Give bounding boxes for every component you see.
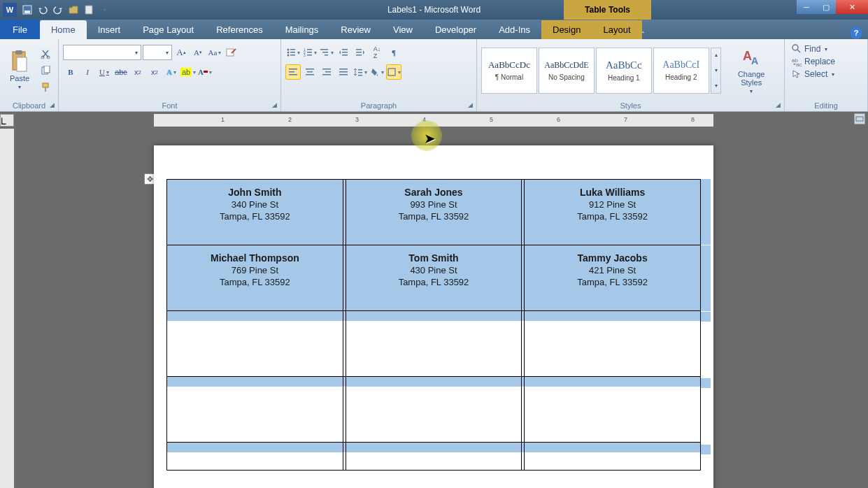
justify-button[interactable] [336, 64, 351, 80]
replace-button[interactable]: abac Replace [789, 56, 838, 67]
maximize-button[interactable]: ▢ [816, 0, 836, 14]
svg-rect-28 [342, 49, 348, 50]
text-effects-button[interactable]: A [164, 64, 179, 80]
vertical-ruler[interactable] [0, 129, 14, 488]
highlight-button[interactable]: ab [180, 64, 196, 80]
format-painter-button[interactable] [38, 80, 53, 95]
italic-button[interactable]: I [80, 64, 95, 80]
label-cell[interactable] [167, 311, 343, 377]
clipboard-launcher[interactable]: ◢ [47, 100, 57, 110]
row-end-marker [701, 245, 711, 311]
label-cell[interactable]: Sarah Jones 993 Pine St Tampa, FL 33592 [346, 180, 522, 245]
label-cell[interactable]: Luka Williams 912 Pine St Tampa, FL 3359… [525, 180, 701, 245]
horizontal-ruler[interactable]: 1 2 3 4 5 6 7 8 [154, 114, 713, 127]
references-tab[interactable]: References [205, 20, 273, 39]
label-cell[interactable]: Michael Thompson 769 Pine St Tampa, FL 3… [167, 245, 343, 311]
review-tab[interactable]: Review [329, 20, 382, 39]
layout-tab[interactable]: Layout [592, 20, 641, 39]
clear-formatting-button[interactable] [224, 45, 239, 60]
label-cell[interactable] [346, 443, 522, 471]
bold-button[interactable]: B [63, 64, 78, 80]
open-icon[interactable] [67, 3, 80, 16]
numbering-button[interactable]: 123 [302, 45, 318, 60]
paragraph-launcher[interactable]: ◢ [465, 100, 475, 110]
mailings-tab[interactable]: Mailings [274, 20, 330, 39]
new-icon[interactable] [83, 3, 95, 16]
style-heading2[interactable]: AaBbCcI Heading 2 [653, 48, 709, 94]
styles-gallery-scroll[interactable]: ▴ ▾ ▾ [711, 48, 722, 94]
increase-indent-button[interactable] [353, 45, 368, 60]
align-right-button[interactable] [319, 64, 334, 80]
paste-label: Paste [10, 74, 29, 82]
font-size-input[interactable]: ▾ [143, 45, 172, 60]
collapse-ribbon-icon[interactable]: ˆ [642, 31, 645, 39]
save-icon[interactable] [21, 3, 34, 16]
quick-access-toolbar [21, 3, 111, 16]
decrease-indent-button[interactable] [336, 45, 351, 60]
multilevel-list-button[interactable] [319, 45, 334, 60]
change-styles-button[interactable]: AA Change Styles ▾ [723, 43, 780, 97]
shading-button[interactable] [369, 64, 385, 80]
svg-rect-1 [24, 10, 30, 13]
undo-icon[interactable] [36, 3, 49, 16]
style-normal[interactable]: AaBbCcDc ¶ Normal [481, 48, 537, 94]
subscript-button[interactable]: x2 [130, 64, 145, 80]
label-cell[interactable] [346, 311, 522, 377]
svg-rect-47 [358, 72, 362, 73]
grow-font-button[interactable]: A▴ [173, 45, 189, 60]
close-button[interactable]: ✕ [836, 0, 868, 14]
underline-button[interactable]: U [97, 64, 112, 80]
label-cell[interactable]: John Smith 340 Pine St Tampa, FL 33592 [167, 180, 343, 245]
copy-button[interactable] [38, 63, 53, 78]
view-tab[interactable]: View [382, 20, 424, 39]
change-case-button[interactable]: Aa [207, 45, 222, 60]
style-heading1[interactable]: AaBbCc Heading 1 [596, 48, 652, 94]
redo-icon[interactable] [52, 3, 64, 16]
font-name-input[interactable]: ▾ [63, 45, 141, 60]
svg-rect-56 [856, 117, 863, 121]
font-launcher[interactable]: ◢ [269, 100, 279, 110]
label-cell[interactable] [525, 311, 701, 377]
superscript-button[interactable]: x2 [147, 64, 162, 80]
font-color-button[interactable]: A [197, 64, 213, 80]
label-cell[interactable] [525, 443, 701, 471]
label-cell[interactable] [167, 443, 343, 471]
minimize-button[interactable]: ─ [797, 0, 816, 14]
label-cell[interactable] [525, 377, 701, 443]
shrink-font-button[interactable]: A▾ [190, 45, 206, 60]
bullets-button[interactable] [285, 45, 301, 60]
find-button[interactable]: Find▾ [789, 43, 830, 55]
label-cell[interactable]: Tom Smith 430 Pine St Tampa, FL 33592 [346, 245, 522, 311]
select-icon [792, 69, 802, 79]
paste-button[interactable]: Paste ▾ [4, 48, 35, 93]
align-left-button[interactable] [285, 64, 301, 80]
tab-selector[interactable]: ˪ [0, 114, 14, 127]
page-layout-tab[interactable]: Page Layout [131, 20, 205, 39]
strikethrough-button[interactable]: abc [113, 64, 129, 80]
select-button[interactable]: Select▾ [789, 69, 837, 80]
document-page[interactable]: John Smith 340 Pine St Tampa, FL 33592 S… [154, 145, 713, 488]
borders-button[interactable] [386, 64, 401, 80]
line-spacing-button[interactable] [353, 64, 368, 80]
design-tab[interactable]: Design [541, 20, 592, 39]
cut-button[interactable] [38, 46, 53, 62]
label-cell[interactable]: Tammy Jacobs 421 Pine St Tampa, FL 33592 [525, 245, 701, 311]
styles-launcher[interactable]: ◢ [773, 100, 783, 110]
help-icon[interactable]: ? [850, 27, 862, 39]
label-cell[interactable] [167, 377, 343, 443]
label-cell[interactable] [346, 377, 522, 443]
labels-table[interactable]: John Smith 340 Pine St Tampa, FL 33592 S… [166, 179, 701, 471]
show-hide-button[interactable]: ¶ [386, 45, 401, 60]
svg-rect-38 [307, 71, 313, 73]
svg-rect-30 [342, 55, 348, 56]
addins-tab[interactable]: Add-Ins [488, 20, 541, 39]
file-tab[interactable]: File [0, 20, 40, 39]
align-center-button[interactable] [302, 64, 318, 80]
developer-tab[interactable]: Developer [424, 20, 488, 39]
home-tab[interactable]: Home [40, 20, 87, 39]
style-no-spacing[interactable]: AaBbCcDdE No Spacing [539, 48, 595, 94]
insert-tab[interactable]: Insert [87, 20, 132, 39]
ruler-toggle-icon[interactable] [854, 113, 865, 124]
sort-button[interactable]: A↓Z [369, 45, 385, 60]
qat-more-icon[interactable] [98, 3, 111, 16]
